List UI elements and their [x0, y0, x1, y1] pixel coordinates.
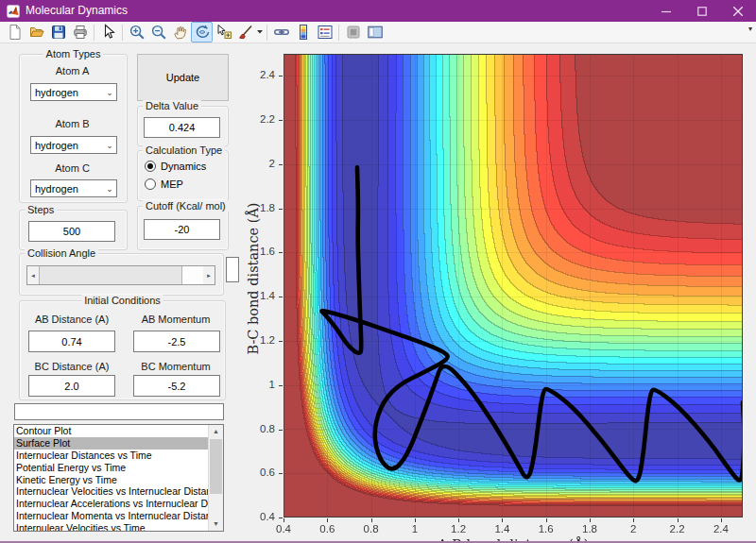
toolbar-separator — [266, 25, 267, 41]
x-tick-label: 2.4 — [705, 523, 737, 535]
link-plots-icon[interactable] — [270, 22, 292, 42]
collision-angle-slider[interactable]: ◄ ► — [26, 265, 215, 285]
hide-plot-tools-icon[interactable] — [342, 22, 364, 42]
rotate-3d-icon[interactable] — [191, 22, 213, 42]
atom-a-select[interactable]: hydrogen ⌄ — [30, 83, 117, 101]
y-tick-label: 0.4 — [249, 511, 275, 522]
atom-b-value: hydrogen — [31, 140, 103, 151]
brush-icon[interactable] — [234, 22, 256, 42]
radio-selected-icon[interactable] — [145, 161, 156, 172]
list-item[interactable]: Internuclear Velocities vs Internuclear … — [14, 485, 223, 498]
bc-momentum-label: BC Momentum — [129, 361, 223, 372]
pointer-icon[interactable] — [97, 22, 119, 42]
bc-momentum-field[interactable]: -5.2 — [133, 375, 220, 397]
y-tick-mark — [279, 430, 283, 431]
y-tick-label: 2.4 — [249, 69, 275, 80]
y-tick-label: 0.8 — [249, 423, 275, 434]
radio-mep[interactable]: MEP — [145, 178, 183, 190]
x-tick-mark — [371, 518, 372, 522]
y-tick-mark — [279, 297, 283, 297]
slider-left-arrow-icon[interactable]: ◄ — [27, 266, 39, 284]
scrollbar-thumb[interactable] — [210, 439, 222, 494]
steps-field[interactable]: 500 — [28, 221, 115, 242]
x-tick-label: 0.4 — [267, 523, 300, 535]
list-item[interactable]: Internuclear Accelerations vs Internucle… — [14, 498, 223, 510]
slider-track[interactable] — [182, 266, 203, 284]
x-tick-mark — [633, 518, 634, 522]
contour-plot-canvas[interactable] — [284, 54, 743, 518]
update-button[interactable]: Update — [137, 54, 229, 101]
close-button[interactable] — [720, 0, 756, 22]
x-tick-label: 0.8 — [355, 523, 387, 535]
cutoff-title: Cutoff (Kcal/ mol) — [143, 200, 229, 212]
bc-distance-field[interactable]: 2.0 — [28, 375, 115, 397]
x-tick-mark — [546, 518, 547, 522]
collision-angle-field-clipped[interactable] — [226, 257, 239, 282]
x-tick-label: 2.2 — [662, 523, 694, 535]
atom-b-label: Atom B — [19, 118, 126, 129]
scroll-down-icon[interactable]: ▼ — [209, 518, 223, 531]
delta-value-title: Delta Value — [143, 100, 201, 111]
ab-momentum-field[interactable]: -2.5 — [133, 331, 220, 352]
listbox-scrollbar[interactable]: ▲ ▼ — [208, 425, 223, 531]
delta-value-field[interactable]: 0.424 — [144, 117, 220, 138]
x-tick-mark — [721, 518, 722, 522]
plot-type-listbox[interactable]: Contour PlotSurface PlotInternuclear Dis… — [13, 424, 224, 532]
chevron-down-icon: ⌄ — [103, 184, 116, 194]
initial-conditions-title: Initial Conditions — [81, 295, 163, 306]
list-item[interactable]: Internulear Velocities vs Time — [14, 522, 223, 532]
list-item[interactable]: Surface Plot — [14, 437, 223, 450]
radio-unselected-icon[interactable] — [145, 178, 156, 190]
list-item[interactable]: Contour Plot — [14, 425, 223, 437]
zoom-out-icon[interactable] — [147, 22, 169, 42]
x-tick-mark — [284, 518, 284, 522]
collision-angle-title: Collision Angle — [25, 247, 98, 259]
pan-icon[interactable] — [169, 22, 191, 42]
list-item[interactable]: Internuclear Distances vs Time — [14, 450, 223, 462]
matlab-app-icon — [7, 5, 20, 18]
maximize-button[interactable] — [684, 0, 720, 22]
ab-momentum-label: AB Momentum — [129, 314, 223, 325]
list-item[interactable]: Internuclear Momenta vs Internuclear Dis… — [14, 510, 223, 522]
slider-thumb[interactable] — [39, 266, 182, 284]
brush-dropdown-caret-icon[interactable] — [256, 23, 264, 42]
atom-c-select[interactable]: hydrogen ⌄ — [30, 179, 117, 197]
y-tick-mark — [279, 473, 283, 474]
list-item[interactable]: Kinetic Energy vs Time — [14, 474, 223, 486]
bc-distance-label: BC Distance (A) — [24, 361, 120, 372]
atom-b-select[interactable]: hydrogen ⌄ — [30, 136, 117, 154]
ab-distance-field[interactable]: 0.74 — [28, 331, 115, 352]
x-tick-label: 1 — [399, 523, 431, 535]
new-file-icon[interactable] — [4, 22, 26, 42]
title-bar: Molecular Dynamics — [0, 0, 756, 22]
data-cursor-icon[interactable] — [213, 22, 234, 42]
open-file-icon[interactable] — [26, 22, 47, 42]
cutoff-field[interactable]: -20 — [144, 219, 220, 240]
radio-label: MEP — [161, 178, 183, 190]
y-tick-label: 2 — [249, 158, 275, 169]
colorbar-icon[interactable] — [292, 22, 314, 42]
slider-right-arrow-icon[interactable]: ► — [203, 266, 215, 284]
chevron-down-icon: ⌄ — [103, 141, 116, 150]
plot-type-items: Contour PlotSurface PlotInternuclear Dis… — [14, 425, 223, 532]
legend-icon[interactable] — [314, 22, 335, 42]
calculation-type-title: Calculation Type — [143, 144, 225, 156]
atom-a-label: Atom A — [19, 65, 126, 76]
y-tick-mark — [279, 252, 283, 253]
show-plot-tools-icon[interactable] — [364, 22, 386, 42]
toolbar-separator — [338, 25, 339, 41]
radio-dynamics[interactable]: Dynamics — [145, 161, 206, 172]
empty-text-field[interactable] — [14, 403, 224, 420]
zoom-in-icon[interactable] — [126, 22, 147, 42]
toolbar-overflow-icon[interactable]: ▾ — [748, 25, 752, 33]
print-icon[interactable] — [69, 22, 91, 42]
x-tick-mark — [590, 518, 591, 522]
list-item[interactable]: Potential Energy vs Time — [14, 462, 223, 474]
x-tick-label: 1.6 — [530, 523, 562, 535]
scroll-up-icon[interactable]: ▲ — [209, 425, 223, 438]
y-tick-label: 0.6 — [249, 467, 275, 478]
minimize-button[interactable] — [648, 0, 684, 22]
x-tick-mark — [678, 518, 679, 522]
save-icon[interactable] — [47, 22, 69, 42]
x-tick-mark — [415, 518, 416, 522]
